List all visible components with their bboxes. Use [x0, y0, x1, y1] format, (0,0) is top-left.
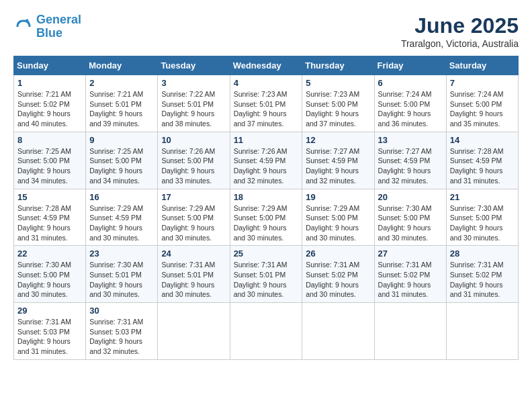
day-number: 10 [161, 135, 226, 145]
weekday-header: Tuesday [158, 56, 230, 75]
day-info: Sunrise: 7:31 AMSunset: 5:03 PMDaylight:… [17, 317, 82, 357]
day-number: 18 [234, 192, 299, 202]
day-info: Sunrise: 7:30 AMSunset: 5:00 PMDaylight:… [17, 260, 82, 300]
day-info: Sunrise: 7:25 AMSunset: 5:00 PMDaylight:… [17, 146, 82, 186]
calendar-week-row: 29Sunrise: 7:31 AMSunset: 5:03 PMDayligh… [14, 303, 519, 360]
weekday-header: Thursday [302, 56, 374, 75]
calendar-cell: 12Sunrise: 7:27 AMSunset: 4:59 PMDayligh… [302, 132, 374, 189]
logo-text: General Blue [36, 13, 81, 40]
calendar-cell: 15Sunrise: 7:28 AMSunset: 4:59 PMDayligh… [14, 189, 86, 246]
day-number: 6 [378, 78, 443, 88]
day-info: Sunrise: 7:31 AMSunset: 5:02 PMDaylight:… [378, 260, 443, 300]
day-number: 21 [450, 192, 515, 202]
weekday-header: Sunday [14, 56, 86, 75]
calendar-cell: 9Sunrise: 7:25 AMSunset: 5:00 PMDaylight… [86, 132, 158, 189]
calendar-cell: 3Sunrise: 7:22 AMSunset: 5:01 PMDaylight… [158, 75, 230, 132]
day-info: Sunrise: 7:31 AMSunset: 5:03 PMDaylight:… [89, 317, 154, 357]
day-number: 24 [161, 248, 226, 259]
calendar-cell [158, 303, 230, 360]
calendar-cell: 11Sunrise: 7:26 AMSunset: 4:59 PMDayligh… [230, 132, 302, 189]
day-info: Sunrise: 7:29 AMSunset: 4:59 PMDaylight:… [89, 203, 154, 243]
calendar-week-row: 22Sunrise: 7:30 AMSunset: 5:00 PMDayligh… [14, 246, 519, 303]
weekday-header: Friday [374, 56, 446, 75]
day-info: Sunrise: 7:27 AMSunset: 4:59 PMDaylight:… [306, 146, 370, 186]
day-info: Sunrise: 7:24 AMSunset: 5:00 PMDaylight:… [450, 89, 515, 129]
month-title: June 2025 [401, 13, 519, 38]
calendar-cell: 29Sunrise: 7:31 AMSunset: 5:03 PMDayligh… [14, 303, 86, 360]
calendar-week-row: 15Sunrise: 7:28 AMSunset: 4:59 PMDayligh… [14, 189, 519, 246]
day-number: 1 [17, 78, 82, 88]
calendar-cell: 14Sunrise: 7:28 AMSunset: 4:59 PMDayligh… [446, 132, 518, 189]
day-info: Sunrise: 7:26 AMSunset: 5:00 PMDaylight:… [161, 146, 226, 186]
location-title: Traralgon, Victoria, Australia [401, 38, 519, 49]
day-number: 25 [234, 248, 299, 259]
day-number: 22 [17, 248, 82, 259]
calendar-table: SundayMondayTuesdayWednesdayThursdayFrid… [13, 56, 519, 360]
day-info: Sunrise: 7:21 AMSunset: 5:02 PMDaylight:… [17, 89, 82, 129]
calendar-cell [230, 303, 302, 360]
day-info: Sunrise: 7:30 AMSunset: 5:01 PMDaylight:… [89, 260, 154, 300]
calendar-cell: 23Sunrise: 7:30 AMSunset: 5:01 PMDayligh… [86, 246, 158, 303]
calendar-cell: 2Sunrise: 7:21 AMSunset: 5:01 PMDaylight… [86, 75, 158, 132]
title-area: June 2025 Traralgon, Victoria, Australia [401, 13, 519, 49]
day-number: 16 [89, 192, 154, 202]
calendar-cell: 25Sunrise: 7:31 AMSunset: 5:01 PMDayligh… [230, 246, 302, 303]
day-number: 12 [306, 135, 370, 145]
calendar-cell: 10Sunrise: 7:26 AMSunset: 5:00 PMDayligh… [158, 132, 230, 189]
day-info: Sunrise: 7:21 AMSunset: 5:01 PMDaylight:… [89, 89, 154, 129]
calendar-cell [446, 303, 518, 360]
calendar-cell: 20Sunrise: 7:30 AMSunset: 5:00 PMDayligh… [374, 189, 446, 246]
calendar-cell: 4Sunrise: 7:23 AMSunset: 5:01 PMDaylight… [230, 75, 302, 132]
day-info: Sunrise: 7:24 AMSunset: 5:00 PMDaylight:… [378, 89, 443, 129]
day-info: Sunrise: 7:31 AMSunset: 5:02 PMDaylight:… [450, 260, 515, 300]
day-number: 26 [306, 248, 370, 259]
day-number: 3 [161, 78, 226, 88]
day-number: 4 [234, 78, 299, 88]
page-header: General Blue June 2025 Traralgon, Victor… [13, 13, 519, 49]
day-number: 19 [306, 192, 370, 202]
day-info: Sunrise: 7:27 AMSunset: 4:59 PMDaylight:… [378, 146, 443, 186]
calendar-cell: 21Sunrise: 7:30 AMSunset: 5:00 PMDayligh… [446, 189, 518, 246]
calendar-cell: 19Sunrise: 7:29 AMSunset: 5:00 PMDayligh… [302, 189, 374, 246]
day-info: Sunrise: 7:23 AMSunset: 5:01 PMDaylight:… [234, 89, 299, 129]
day-info: Sunrise: 7:28 AMSunset: 4:59 PMDaylight:… [17, 203, 82, 243]
calendar-cell: 6Sunrise: 7:24 AMSunset: 5:00 PMDaylight… [374, 75, 446, 132]
calendar-cell: 30Sunrise: 7:31 AMSunset: 5:03 PMDayligh… [86, 303, 158, 360]
calendar-cell: 26Sunrise: 7:31 AMSunset: 5:02 PMDayligh… [302, 246, 374, 303]
day-number: 13 [378, 135, 443, 145]
day-number: 14 [450, 135, 515, 145]
day-number: 2 [89, 78, 154, 88]
day-info: Sunrise: 7:31 AMSunset: 5:02 PMDaylight:… [306, 260, 370, 300]
day-info: Sunrise: 7:31 AMSunset: 5:01 PMDaylight:… [161, 260, 226, 300]
day-number: 20 [378, 192, 443, 202]
calendar-cell: 1Sunrise: 7:21 AMSunset: 5:02 PMDaylight… [14, 75, 86, 132]
calendar-cell [302, 303, 374, 360]
calendar-cell: 28Sunrise: 7:31 AMSunset: 5:02 PMDayligh… [446, 246, 518, 303]
day-number: 11 [234, 135, 299, 145]
calendar-cell: 8Sunrise: 7:25 AMSunset: 5:00 PMDaylight… [14, 132, 86, 189]
day-number: 7 [450, 78, 515, 88]
calendar-cell: 24Sunrise: 7:31 AMSunset: 5:01 PMDayligh… [158, 246, 230, 303]
calendar-cell: 22Sunrise: 7:30 AMSunset: 5:00 PMDayligh… [14, 246, 86, 303]
day-info: Sunrise: 7:30 AMSunset: 5:00 PMDaylight:… [378, 203, 443, 243]
day-number: 9 [89, 135, 154, 145]
day-info: Sunrise: 7:22 AMSunset: 5:01 PMDaylight:… [161, 89, 226, 129]
calendar-cell: 13Sunrise: 7:27 AMSunset: 4:59 PMDayligh… [374, 132, 446, 189]
calendar-week-row: 1Sunrise: 7:21 AMSunset: 5:02 PMDaylight… [14, 75, 519, 132]
calendar-cell: 17Sunrise: 7:29 AMSunset: 5:00 PMDayligh… [158, 189, 230, 246]
day-info: Sunrise: 7:29 AMSunset: 5:00 PMDaylight:… [234, 203, 299, 243]
day-info: Sunrise: 7:29 AMSunset: 5:00 PMDaylight:… [306, 203, 370, 243]
weekday-header: Wednesday [230, 56, 302, 75]
day-info: Sunrise: 7:25 AMSunset: 5:00 PMDaylight:… [89, 146, 154, 186]
calendar-week-row: 8Sunrise: 7:25 AMSunset: 5:00 PMDaylight… [14, 132, 519, 189]
logo: General Blue [13, 13, 81, 40]
day-info: Sunrise: 7:26 AMSunset: 4:59 PMDaylight:… [234, 146, 299, 186]
day-number: 30 [89, 306, 154, 316]
calendar-cell: 16Sunrise: 7:29 AMSunset: 4:59 PMDayligh… [86, 189, 158, 246]
day-info: Sunrise: 7:29 AMSunset: 5:00 PMDaylight:… [161, 203, 226, 243]
day-number: 28 [450, 248, 515, 259]
day-number: 29 [17, 306, 82, 316]
day-info: Sunrise: 7:30 AMSunset: 5:00 PMDaylight:… [450, 203, 515, 243]
day-info: Sunrise: 7:28 AMSunset: 4:59 PMDaylight:… [450, 146, 515, 186]
weekday-header: Monday [86, 56, 158, 75]
